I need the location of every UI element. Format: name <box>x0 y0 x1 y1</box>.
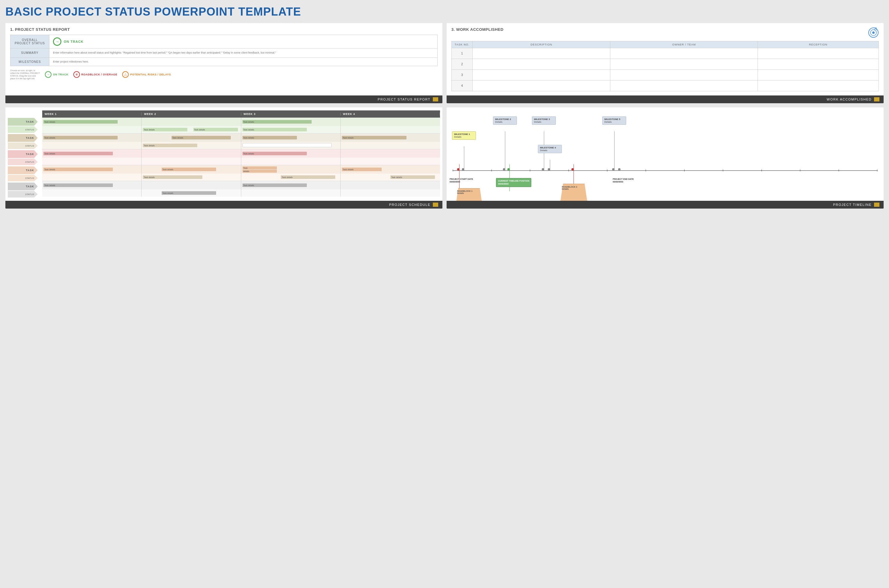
milestone-3-details: Details <box>534 121 554 123</box>
gold-bar-3 <box>874 97 879 102</box>
week2-status1: Task details Task details <box>141 126 241 133</box>
roadblock-legend-icon: ⊗ <box>74 71 80 78</box>
task-arrow-2: TASK <box>8 134 38 142</box>
sched-status-row-5: Task details <box>42 189 440 196</box>
task-bar: Task details <box>44 183 113 187</box>
sched-row-1: Task details Task details Task detail <box>42 118 440 134</box>
milestone-1-label: MILESTONE 1 <box>454 133 474 135</box>
task-desc-2 <box>473 59 610 70</box>
status-label-row-4: STATUS <box>8 174 42 182</box>
task-bar: Task details <box>193 128 238 131</box>
task-desc-3 <box>473 70 610 81</box>
week4-status3 <box>341 158 440 165</box>
milestone-4: MILESTONE 4 Details <box>538 145 562 153</box>
risks-legend-icon: △ <box>122 71 129 78</box>
week1-task1: Task details <box>42 118 141 126</box>
gold-bar-2 <box>433 202 438 207</box>
task-bar: Task details <box>342 136 407 140</box>
col-task-no: TASK NO. <box>452 41 473 48</box>
sched-row-5: Task details Task details Task detail <box>42 181 440 196</box>
milestone-1-dot <box>462 168 464 171</box>
week3-status1: Task details <box>241 126 341 133</box>
milestone-5-connector <box>614 131 614 170</box>
icon-legend: Choose an icon, at right, to reflect the… <box>10 69 438 80</box>
task-num-2: 2 <box>452 59 473 70</box>
task-bar: Task details <box>143 176 202 179</box>
task-bar: details <box>242 170 277 172</box>
status-arrow-4: STATUS <box>8 175 38 182</box>
panel2-footer-label: PROJECT SCHEDULE <box>389 203 430 207</box>
panel-project-status: 1. PROJECT STATUS REPORT OVERALL PROJECT… <box>5 23 442 103</box>
status-report-table: OVERALL PROJECT STATUS ON TRACK SUMMARY … <box>10 35 438 66</box>
task-bar: Task details <box>44 120 118 124</box>
status-arrow-5: STATUS <box>8 191 38 198</box>
week1-task5: Task details <box>42 181 141 189</box>
panel1-content: 1. PROJECT STATUS REPORT OVERALL PROJECT… <box>5 23 442 96</box>
week3-status5 <box>241 189 341 196</box>
milestone-3-dot <box>542 168 544 171</box>
task-owner-3 <box>610 70 758 81</box>
status-arrow-3: STATUS <box>8 159 38 165</box>
milestones-label: MILESTONES <box>11 57 50 66</box>
task-bar: Task details <box>162 168 216 171</box>
panel1-footer-label: PROJECT STATUS REPORT <box>378 98 430 101</box>
task-bar: Task details <box>281 176 335 179</box>
task-bar: Task details <box>390 176 435 179</box>
panel3-title: 3. WORK ACCOMPLISHED <box>451 27 503 32</box>
summary-cell: Enter information here about overall sta… <box>50 48 438 58</box>
sched-task-row-4: Task details Task details Task details T… <box>42 165 440 174</box>
task-sidebar: TASK STATUS TASK STATUS TASK <box>8 118 42 198</box>
task-owner-4 <box>610 81 758 91</box>
sched-row-2: Task details Task details Task details T… <box>42 134 440 149</box>
week4-status2 <box>341 142 440 149</box>
legend-note: Choose an icon, at right, to reflect the… <box>10 69 40 80</box>
panel3-footer: WORK ACCOMPLISHED <box>447 96 884 103</box>
on-track-legend-label: ON TRACK <box>53 73 69 76</box>
task-label-row-2: TASK <box>8 134 42 142</box>
roadblock-2-label: ROADBLOCK 2 Details <box>562 186 577 190</box>
sched-row-4: Task details Task details Task details T… <box>42 165 440 181</box>
svg-point-2 <box>872 32 875 34</box>
status-label-row-3: STATUS <box>8 158 42 165</box>
milestones-row: MILESTONES Enter project milestones here… <box>11 57 438 66</box>
milestone-2-details: Details <box>495 121 515 123</box>
task-bar: Task details <box>143 128 188 131</box>
roadblock-legend-label: ROADBLOCK / OVERAGE <box>81 73 118 76</box>
tick-marks: || || || || || || <box>453 169 878 171</box>
roadblock-legend: ⊗ ROADBLOCK / OVERAGE <box>74 71 118 78</box>
target-icon <box>868 27 879 38</box>
panel1-title: 1. PROJECT STATUS REPORT <box>10 27 438 32</box>
sched-task-row-5: Task details Task details <box>42 181 440 189</box>
week-header-1: WEEK 1 <box>42 112 141 116</box>
sched-status-row-2: Task details <box>42 142 440 149</box>
schedule-grid: WEEK 1 WEEK 2 WEEK 3 WEEK 4 Task details <box>42 110 440 198</box>
sched-row-3: Task details Task details <box>42 149 440 165</box>
table-row: 4 <box>452 81 879 91</box>
week1-status2 <box>42 142 141 149</box>
current-dot <box>508 168 510 171</box>
week4-task2: Task details <box>341 134 440 142</box>
task-label-row-3: TASK <box>8 150 42 158</box>
start-date-dot <box>457 168 460 171</box>
col-description: DESCRIPTION <box>473 41 610 48</box>
panel2-content: TASK STATUS TASK STATUS TASK <box>5 107 442 201</box>
milestone-2-label: MILESTONE 2 <box>495 118 515 121</box>
milestone-5: MILESTONE 5 Details <box>602 116 626 125</box>
start-date-label: PROJECT START DATE 00/00/0000 <box>450 178 473 183</box>
on-track-icon <box>53 38 62 46</box>
task-label-row-5: TASK <box>8 182 42 190</box>
task-bar: Task details <box>242 136 297 140</box>
task-label-row-1: TASK <box>8 118 42 126</box>
summary-row: SUMMARY Enter information here about ove… <box>11 48 438 58</box>
panel2-footer: PROJECT SCHEDULE <box>5 201 442 208</box>
task-reception-3 <box>758 70 879 81</box>
milestone-5-label: MILESTONE 5 <box>604 118 624 121</box>
current-line <box>509 164 510 191</box>
task-bar: Task <box>242 166 277 170</box>
sched-status-row-3 <box>42 158 440 165</box>
panel-project-timeline: || || || || || || MILESTONE 1 Details MI… <box>447 107 884 208</box>
milestone-4-dot <box>548 168 550 171</box>
panel3-content: 3. WORK ACCOMPLISHED TASK NO. DESCRIPTIO… <box>447 23 884 96</box>
panel3-footer-label: WORK ACCOMPLISHED <box>827 98 872 101</box>
week3-status4: Task details <box>241 174 341 181</box>
